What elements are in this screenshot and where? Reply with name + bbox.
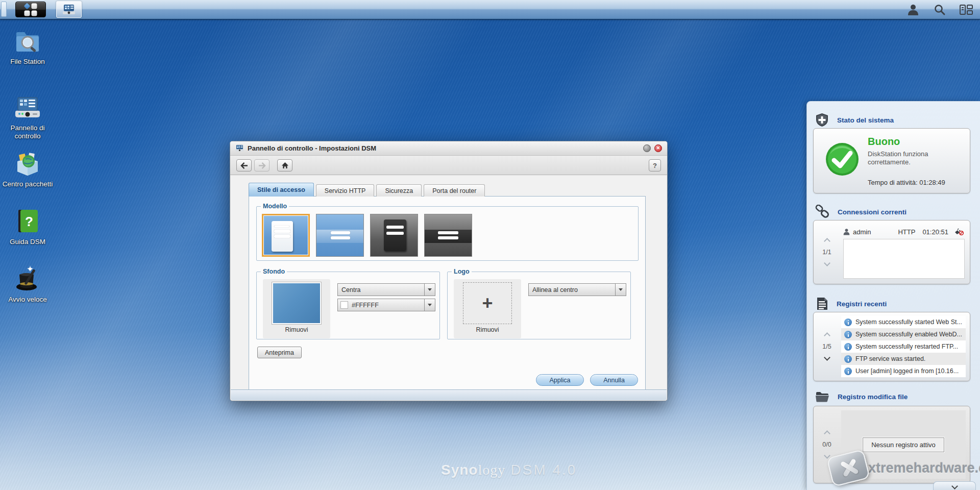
file-log-header: Registro modifica file (815, 389, 908, 404)
package-center-icon (13, 149, 42, 178)
tab-servizio-http[interactable]: Servizio HTTP (316, 184, 375, 197)
desktop-icon-dsm-help[interactable]: ? Guida DSM (0, 207, 55, 246)
preview-button[interactable]: Anteprima (257, 347, 302, 358)
dsm-branding: SynologyDSM 4.0 (441, 462, 577, 478)
info-icon (844, 343, 852, 351)
chevron-down-icon[interactable] (824, 354, 830, 361)
desktop-icon-control-panel[interactable]: Pannello di controllo (0, 93, 55, 140)
logo-align-select[interactable]: Allinea al centro (528, 283, 626, 296)
window-titlebar[interactable]: Pannello di controllo - Impostazioni DSM… (230, 141, 667, 156)
pilot-view-icon (960, 4, 973, 15)
log-row[interactable]: System successfully started Web St... (841, 316, 966, 328)
logo-add-button[interactable]: + (463, 282, 512, 324)
color-swatch (340, 301, 348, 309)
template-option-dark-card[interactable] (370, 214, 418, 257)
tab-sicurezza[interactable]: Sicurezza (376, 184, 422, 197)
background-thumbnail[interactable] (272, 282, 321, 324)
shield-icon (815, 113, 829, 127)
background-color-select[interactable]: #FFFFFF (337, 299, 435, 311)
section-title: Connessioni correnti (838, 208, 906, 216)
pilot-view-button[interactable] (960, 3, 973, 16)
log-text: System successfully restarted FTP... (855, 343, 958, 350)
template-fieldset: Modello (256, 203, 639, 261)
watermark-text: xtremehardware.com (868, 460, 980, 476)
window-footer (231, 389, 667, 400)
desktop-icon-label: Avvio veloce (0, 296, 55, 304)
search-button[interactable] (933, 3, 946, 16)
info-icon (844, 355, 852, 363)
template-option-blue-band[interactable] (316, 214, 364, 257)
system-status-card: Buono DiskStation funziona correttamente… (813, 128, 970, 193)
home-icon (281, 162, 289, 169)
tab-porta-del-router[interactable]: Porta del router (424, 184, 485, 197)
window-title-icon (235, 144, 244, 152)
log-text: System successfully started Web St... (855, 318, 962, 326)
log-row[interactable]: FTP service was started. (841, 353, 966, 365)
disconnect-icon[interactable] (954, 228, 964, 235)
connections-pager: 1/1 (814, 220, 840, 284)
pager-count: 0/0 (822, 441, 831, 448)
logs-card: 1/5 System successfully started Web St..… (813, 312, 970, 381)
apply-button[interactable]: Applica (536, 374, 584, 386)
section-title: Registri recenti (837, 300, 887, 308)
arrow-right-icon (258, 162, 266, 169)
status-description: DiskStation funziona correttamente. (868, 150, 960, 167)
chevron-up-icon[interactable] (824, 238, 830, 244)
main-menu-icon (24, 3, 37, 16)
connection-user: admin (853, 228, 895, 236)
info-icon (844, 318, 852, 326)
home-button[interactable] (277, 159, 292, 172)
window-title: Pannello di controllo - Impostazioni DSM (248, 144, 640, 152)
back-button[interactable] (236, 159, 252, 172)
connection-time: 01:20:51 (922, 228, 948, 236)
watermark: xtremehardware.com (829, 453, 980, 483)
desktop-icon-file-station[interactable]: File Station (0, 27, 55, 66)
template-option-dark-band[interactable] (424, 214, 472, 257)
chevron-up-icon[interactable] (824, 332, 830, 339)
log-row[interactable]: System successfully enabled WebD... (841, 328, 966, 340)
chevron-down-icon (951, 483, 958, 489)
connection-row[interactable]: admin HTTP 01:20:51 (843, 226, 964, 238)
help-button[interactable]: ? (649, 159, 661, 172)
template-option-blue-card[interactable] (262, 214, 310, 257)
pager-count: 1/5 (822, 343, 831, 350)
tab-stile-di-accesso[interactable]: Stile di accesso (249, 183, 314, 197)
forward-button[interactable] (254, 159, 270, 172)
window-toolbar: ? (230, 156, 667, 175)
section-title: Stato del sistema (837, 116, 894, 124)
logo-remove-button[interactable]: Rimuovi (476, 326, 499, 333)
main-menu-button[interactable] (15, 2, 46, 17)
taskbar-item-control-panel[interactable] (56, 1, 82, 18)
log-row[interactable]: User [admin] logged in from [10.16... (841, 365, 966, 377)
control-panel-taskbar-icon (62, 4, 76, 15)
chevron-down-icon[interactable] (824, 260, 830, 266)
desktop-icon-label: File Station (0, 58, 55, 66)
minimize-button[interactable] (643, 144, 651, 152)
log-text: User [admin] logged in from [10.16... (855, 368, 959, 375)
status-value: Buono (868, 136, 900, 148)
desktop-icon-package-center[interactable]: Centro pacchetti (0, 149, 55, 188)
chevron-down-icon[interactable] (424, 284, 435, 296)
pager-count: 1/1 (822, 249, 831, 256)
logs-pager: 1/5 (814, 312, 840, 381)
info-icon (844, 331, 852, 338)
log-row[interactable]: System successfully restarted FTP... (841, 340, 966, 353)
background-remove-button[interactable]: Rimuovi (285, 326, 308, 333)
status-ok-icon (825, 142, 860, 177)
log-text: System successfully enabled WebD... (855, 331, 962, 338)
chevron-up-icon[interactable] (824, 430, 830, 437)
background-position-select[interactable]: Centra (337, 283, 435, 296)
user-button[interactable] (906, 3, 920, 16)
logo-fieldset: Logo + Rimuovi Allinea al centro (447, 268, 631, 339)
connections-card: 1/1 admin HTTP 01:20:51 (813, 220, 970, 284)
connections-list-area (843, 239, 965, 279)
search-icon (934, 4, 946, 16)
chevron-down-icon[interactable] (615, 284, 626, 296)
close-button[interactable]: ✕ (654, 144, 662, 152)
template-legend: Modello (261, 203, 289, 210)
cancel-button[interactable]: Annulla (590, 374, 638, 386)
desktop-icon-quick-start[interactable]: Avvio veloce (0, 264, 55, 304)
background-legend: Sfondo (261, 268, 287, 275)
show-desktop-handle[interactable] (1, 2, 7, 17)
chevron-down-icon[interactable] (424, 299, 435, 311)
